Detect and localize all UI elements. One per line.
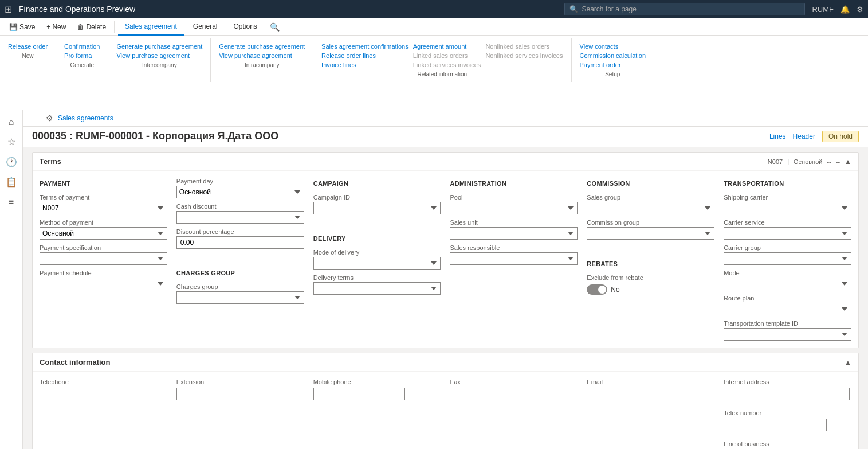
- email-input[interactable]: [587, 388, 701, 400]
- ribbon-pro-forma[interactable]: Pro forma: [63, 52, 101, 60]
- mode-select[interactable]: [724, 278, 851, 290]
- breadcrumb[interactable]: Sales agreements: [58, 114, 113, 122]
- ribbon-release-order[interactable]: Release order: [7, 42, 49, 50]
- mode-of-delivery-select[interactable]: [313, 257, 441, 270]
- administration-col: ADMINISTRATION Pool Sales unit: [450, 178, 578, 341]
- internet-address-label: Internet address: [724, 378, 851, 385]
- search-placeholder: Search for a page: [582, 5, 636, 13]
- payment-schedule-select[interactable]: [40, 278, 167, 290]
- ribbon-intercompany-items: Generate purchase agreement View purchas…: [115, 42, 203, 60]
- ribbon-release-order-lines[interactable]: Release order lines: [320, 52, 410, 60]
- sidebar-filter-icon[interactable]: ⚙: [2, 446, 21, 449]
- sidebar-recent-icon[interactable]: 🕐: [2, 154, 21, 170]
- main-content: ⚙ Sales agreements 000035 : RUMF-000001 …: [23, 110, 868, 449]
- new-button[interactable]: + New: [42, 20, 70, 34]
- ribbon-view-purchase-agreement[interactable]: View purchase agreement: [115, 52, 203, 60]
- method-of-payment-select[interactable]: Основной: [40, 227, 167, 240]
- save-button[interactable]: 💾 Save: [5, 20, 40, 34]
- fax-input[interactable]: [450, 388, 541, 400]
- terms-of-payment-select[interactable]: N007: [40, 202, 167, 214]
- campaign-id-group: Campaign ID: [313, 194, 441, 214]
- sidebar-favorites-icon[interactable]: ☆: [2, 134, 21, 150]
- exclude-from-rebate-toggle[interactable]: [587, 284, 607, 295]
- sales-responsible-select[interactable]: [450, 252, 578, 265]
- toolbar-search-icon[interactable]: 🔍: [266, 22, 283, 32]
- ribbon-related-label: Related information: [320, 71, 564, 77]
- ribbon-intra-generate-purchase[interactable]: Generate purchase agreement: [218, 42, 306, 50]
- carrier-group-select[interactable]: [724, 252, 851, 265]
- payment-specification-select[interactable]: [40, 252, 167, 265]
- tab-sales-agreement[interactable]: Sales agreement: [118, 18, 184, 36]
- payment-group-label: PAYMENT: [40, 180, 167, 187]
- contact-body: Telephone Extension Mobile phone Fa: [33, 372, 858, 449]
- page-filter-icon[interactable]: ⚙: [46, 114, 53, 123]
- ribbon-invoice-lines[interactable]: Invoice lines: [320, 61, 410, 69]
- app-grid-icon[interactable]: ⊞: [5, 4, 12, 15]
- mode-of-delivery-group: Mode of delivery: [313, 249, 441, 270]
- global-search[interactable]: 🔍 Search for a page: [564, 3, 805, 15]
- carrier-service-select[interactable]: [724, 227, 851, 240]
- mobile-phone-input[interactable]: [313, 388, 405, 400]
- extension-input[interactable]: [176, 388, 245, 400]
- ribbon-sales-agreement-confirmations[interactable]: Sales agreement confirmations: [320, 42, 410, 50]
- sidebar-home-icon[interactable]: ⌂: [2, 115, 21, 130]
- ribbon-group-intercompany: Generate purchase agreement View purchas…: [108, 38, 211, 82]
- record-actions: Lines Header On hold: [769, 131, 859, 142]
- contact-chevron-icon: ▲: [845, 358, 851, 366]
- ribbon-view-contacts[interactable]: View contacts: [579, 42, 647, 50]
- commission-group-select[interactable]: [587, 227, 714, 240]
- ribbon-payment-order[interactable]: Payment order: [579, 61, 647, 69]
- contact-form-grid: Telephone Extension Mobile phone Fa: [40, 378, 851, 449]
- terms-section-header[interactable]: Terms N007 | Основной -- -- ▲: [33, 153, 858, 171]
- fax-label: Fax: [450, 378, 578, 385]
- sales-unit-group: Sales unit: [450, 219, 578, 240]
- campaign-group-label: CAMPAIGN: [313, 180, 441, 187]
- ribbon-linked-sales-orders[interactable]: Linked sales orders: [412, 52, 482, 60]
- ribbon-group-generate: Confirmation Pro forma Generate: [56, 38, 108, 82]
- campaign-id-select[interactable]: [313, 202, 441, 214]
- payment-schedule-group: Payment schedule: [40, 270, 167, 290]
- charges-group-select[interactable]: [176, 291, 304, 304]
- tab-options[interactable]: Options: [227, 18, 264, 36]
- sales-group-select[interactable]: [587, 202, 714, 214]
- mode-label: Mode: [724, 270, 851, 276]
- carrier-service-group: Carrier service: [724, 219, 851, 240]
- ribbon-generate-purchase-agreement[interactable]: Generate purchase agreement: [115, 42, 203, 50]
- delivery-terms-select[interactable]: [313, 282, 441, 295]
- internet-address-input[interactable]: [724, 388, 850, 400]
- header-link[interactable]: Header: [793, 132, 815, 140]
- telex-number-input[interactable]: [724, 419, 827, 431]
- route-plan-select[interactable]: [724, 303, 851, 315]
- ribbon-commission-calculation[interactable]: Commission calculation: [579, 52, 647, 60]
- discount-percentage-input[interactable]: [176, 236, 304, 249]
- top-bar: ⊞ Finance and Operations Preview 🔍 Searc…: [0, 0, 868, 18]
- user-label[interactable]: RUMF: [812, 5, 834, 14]
- search-icon: 🔍: [569, 5, 578, 13]
- tab-general[interactable]: General: [186, 18, 225, 36]
- ribbon-linked-services-invoices[interactable]: Linked services invoices: [412, 61, 482, 69]
- ribbon-intra-view-purchase[interactable]: View purchase agreement: [218, 52, 306, 60]
- ribbon-nonlinked-services-invoices[interactable]: Nonlinked services invoices: [484, 52, 564, 60]
- ribbon-agreement-amount[interactable]: Agreement amount: [412, 42, 482, 50]
- sidebar-menu-icon[interactable]: ≡: [2, 194, 21, 209]
- ribbon-nonlinked-sales-orders[interactable]: Nonlinked sales orders: [484, 42, 564, 50]
- shipping-carrier-select[interactable]: [724, 202, 851, 214]
- discount-percentage-label: Discount percentage: [176, 228, 304, 235]
- payment-day-select[interactable]: Основной: [176, 186, 304, 198]
- delete-button[interactable]: 🗑 Delete: [73, 20, 111, 34]
- pool-select[interactable]: [450, 202, 578, 214]
- lines-link[interactable]: Lines: [769, 132, 786, 140]
- mode-group: Mode: [724, 270, 851, 290]
- settings-icon[interactable]: ⚙: [857, 5, 863, 14]
- sidebar-workspace-icon[interactable]: 📋: [2, 174, 21, 190]
- contact-section-header[interactable]: Contact information ▲: [33, 353, 858, 372]
- campaign-id-label: Campaign ID: [313, 194, 441, 201]
- telephone-input[interactable]: [40, 388, 131, 400]
- ribbon-confirmation[interactable]: Confirmation: [63, 42, 101, 50]
- mobile-phone-col: Mobile phone: [313, 378, 441, 449]
- sales-unit-select[interactable]: [450, 227, 578, 240]
- transportation-template-select[interactable]: [724, 328, 851, 341]
- exclude-from-rebate-group: Exclude from rebate No: [587, 274, 714, 295]
- notification-icon[interactable]: 🔔: [840, 5, 850, 14]
- cash-discount-select[interactable]: [176, 211, 304, 224]
